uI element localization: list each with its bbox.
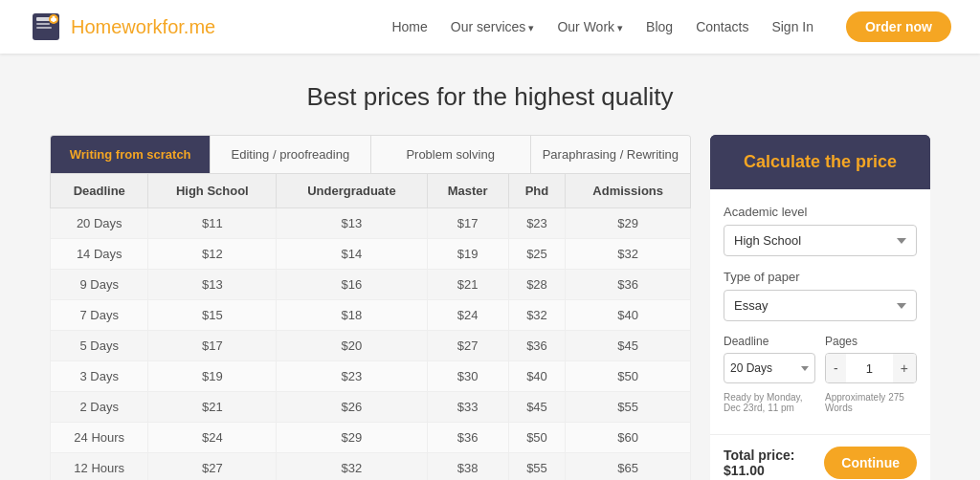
deadline-cell: 3 Days	[51, 361, 148, 392]
price-cell: $32	[566, 239, 691, 270]
tab-problem[interactable]: Problem solving	[371, 136, 531, 173]
price-cell: $32	[508, 300, 566, 331]
price-table: Deadline High School Undergraduate Maste…	[50, 173, 691, 480]
pages-col: Pages - 1 +	[825, 335, 917, 383]
tab-writing[interactable]: Writing from scratch	[51, 136, 211, 173]
logo[interactable]: Homeworkfor.me	[29, 10, 215, 44]
tab-paraphrasing[interactable]: Paraphrasing / Rewriting	[531, 136, 690, 173]
nav-contacts[interactable]: Contacts	[696, 19, 748, 34]
table-section: Writing from scratch Editing / proofread…	[50, 135, 691, 480]
price-cell: $17	[148, 331, 277, 361]
table-row: 3 Days$19$23$30$40$50	[51, 361, 691, 392]
page-title: Best prices for the highest quality	[50, 82, 930, 112]
price-cell: $13	[148, 270, 277, 300]
price-cell: $38	[427, 453, 508, 481]
price-cell: $14	[277, 239, 428, 270]
pages-hint-col: Approximately 275 Words	[825, 389, 917, 413]
deadline-cell: 24 Hours	[51, 423, 148, 453]
calc-body: Academic level High SchoolUndergraduateM…	[710, 189, 930, 434]
price-cell: $20	[277, 331, 428, 361]
deadline-cell: 12 Hours	[51, 453, 148, 481]
nav-work[interactable]: Our Work	[557, 19, 623, 34]
price-cell: $25	[508, 239, 566, 270]
content-area: Writing from scratch Editing / proofread…	[50, 135, 930, 480]
table-row: 24 Hours$24$29$36$50$60	[51, 423, 691, 453]
price-cell: $27	[427, 331, 508, 361]
price-cell: $50	[566, 361, 691, 392]
price-cell: $15	[148, 300, 277, 331]
pages-label: Pages	[825, 335, 917, 348]
deadline-cell: 14 Days	[51, 239, 148, 270]
price-cell: $13	[277, 208, 428, 239]
price-cell: $40	[508, 361, 566, 392]
deadline-hint: Ready by Monday, Dec 23rd, 11 pm	[724, 392, 815, 413]
col-header-phd: Phd	[508, 174, 566, 208]
table-row: 12 Hours$27$32$38$55$65	[51, 453, 691, 481]
total-price: Total price: $11.00	[724, 447, 824, 478]
price-cell: $21	[427, 270, 508, 300]
col-header-admissions: Admissions	[566, 174, 691, 208]
table-row: 7 Days$15$18$24$32$40	[51, 300, 691, 331]
price-cell: $36	[566, 270, 691, 300]
svg-rect-3	[36, 27, 52, 29]
pages-plus-button[interactable]: +	[893, 354, 916, 382]
nav-signin[interactable]: Sign In	[771, 19, 813, 34]
price-cell: $65	[566, 453, 691, 481]
svg-rect-2	[36, 23, 50, 25]
deadline-label: Deadline	[724, 335, 815, 348]
hints-row: Ready by Monday, Dec 23rd, 11 pm Approxi…	[724, 389, 917, 413]
order-now-button[interactable]: Order now	[846, 11, 951, 42]
tab-editing[interactable]: Editing / proofreading	[211, 136, 370, 173]
price-cell: $60	[566, 423, 691, 453]
price-cell: $24	[148, 423, 277, 453]
deadline-hint-col: Ready by Monday, Dec 23rd, 11 pm	[724, 389, 815, 413]
price-cell: $21	[148, 392, 277, 423]
price-cell: $40	[566, 300, 691, 331]
continue-button[interactable]: Continue	[824, 447, 917, 479]
table-row: 20 Days$11$13$17$23$29	[51, 208, 691, 239]
academic-level-label: Academic level	[724, 205, 917, 219]
price-cell: $28	[508, 270, 566, 300]
price-cell: $30	[427, 361, 508, 392]
pages-control: - 1 +	[825, 353, 917, 383]
price-cell: $19	[427, 239, 508, 270]
academic-level-select[interactable]: High SchoolUndergraduateMasterPhDAdmissi…	[724, 225, 917, 256]
price-cell: $29	[566, 208, 691, 239]
table-row: 2 Days$21$26$33$45$55	[51, 392, 691, 423]
price-cell: $45	[566, 331, 691, 361]
price-cell: $55	[566, 392, 691, 423]
paper-type-select[interactable]: EssayResearch PaperTerm PaperThesisDisse…	[724, 290, 917, 321]
deadline-cell: 9 Days	[51, 270, 148, 300]
table-row: 14 Days$12$14$19$25$32	[51, 239, 691, 270]
tab-row: Writing from scratch Editing / proofread…	[50, 135, 691, 173]
pages-hint: Approximately 275 Words	[825, 392, 917, 413]
col-header-highschool: High School	[148, 174, 277, 208]
price-cell: $16	[277, 270, 428, 300]
nav-services[interactable]: Our services	[451, 19, 535, 34]
price-cell: $12	[148, 239, 277, 270]
paper-type-label: Type of paper	[724, 270, 917, 284]
price-cell: $24	[427, 300, 508, 331]
navbar: Homeworkfor.me Home Our services Our Wor…	[0, 0, 980, 54]
col-header-master: Master	[427, 174, 508, 208]
price-cell: $18	[277, 300, 428, 331]
price-cell: $32	[277, 453, 428, 481]
col-header-undergrad: Undergraduate	[277, 174, 428, 208]
pages-value: 1	[846, 361, 893, 376]
main-content: Best prices for the highest quality Writ…	[31, 54, 949, 480]
nav-home[interactable]: Home	[391, 19, 427, 34]
pages-minus-button[interactable]: -	[826, 354, 846, 382]
deadline-cell: 2 Days	[51, 392, 148, 423]
nav-links: Home Our services Our Work Blog Contacts…	[391, 11, 951, 42]
price-cell: $23	[508, 208, 566, 239]
price-cell: $17	[427, 208, 508, 239]
svg-rect-6	[51, 18, 56, 21]
calculator: Calculate the price Academic level High …	[710, 135, 930, 480]
price-cell: $27	[148, 453, 277, 481]
nav-blog[interactable]: Blog	[646, 19, 673, 34]
deadline-cell: 5 Days	[51, 331, 148, 361]
deadline-select[interactable]: 6 Hours12 Hours24 Hours2 Days3 Days5 Day…	[724, 353, 815, 383]
deadline-cell: 7 Days	[51, 300, 148, 331]
price-cell: $55	[508, 453, 566, 481]
calc-header: Calculate the price	[710, 135, 930, 189]
